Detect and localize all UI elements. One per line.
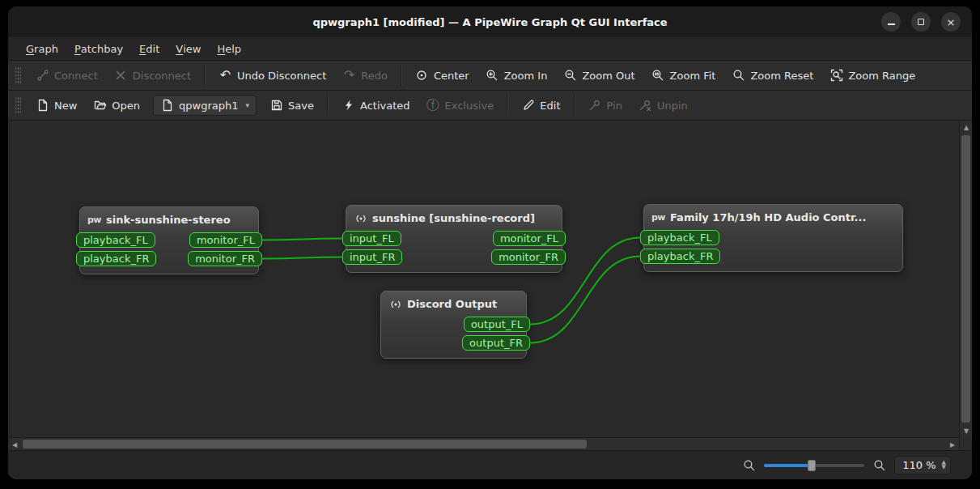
new-file-icon — [36, 99, 49, 113]
connection-wire[interactable] — [262, 257, 342, 259]
zoom-value: 110 % — [902, 459, 935, 471]
zoom-out-button[interactable]: Zoom Out — [556, 65, 642, 87]
center-button[interactable]: Center — [408, 65, 477, 87]
unpin-button-label: Unpin — [657, 100, 688, 112]
port-playback_FL[interactable]: playback_FL — [640, 230, 719, 245]
stream-icon — [388, 297, 402, 311]
zoom-spinbox[interactable]: 110 % ▲ ▼ — [894, 456, 951, 474]
statusbar: 110 % ▲ ▼ — [8, 450, 972, 479]
port-output_FR[interactable]: output_FR — [462, 335, 530, 351]
close-icon: × — [947, 16, 956, 28]
node-family-audio[interactable]: pwFamily 17h/19h HD Audio Contr...playba… — [643, 204, 903, 272]
connection-wire[interactable] — [262, 239, 342, 240]
port-monitor_FL[interactable]: monitor_FL — [189, 232, 262, 248]
node-sink-sunshine-stereo[interactable]: pwsink-sunshine-stereoplayback_FLplaybac… — [79, 206, 259, 274]
port-monitor_FR[interactable]: monitor_FR — [491, 249, 566, 265]
menu-graph[interactable]: Graph — [18, 37, 66, 60]
graph-canvas[interactable]: pwsink-sunshine-stereoplayback_FLplaybac… — [8, 121, 959, 437]
connect-button[interactable]: Connect — [28, 65, 105, 87]
zoom-in-button[interactable]: Zoom In — [478, 65, 555, 87]
activated-button[interactable]: Activated — [334, 95, 418, 117]
window-title: qpwgraph1 [modified] — A PipeWire Graph … — [312, 16, 667, 28]
toolbar-separator — [204, 65, 206, 86]
scroll-right-icon[interactable]: ▶ — [946, 438, 959, 451]
horizontal-scrollbar-track[interactable] — [21, 438, 946, 450]
disconnect-button[interactable]: Disconnect — [107, 65, 198, 87]
edit-icon — [521, 99, 535, 113]
new-button[interactable]: New — [28, 95, 84, 117]
activated-icon — [342, 99, 355, 113]
scroll-left-icon[interactable]: ◀ — [8, 438, 21, 451]
titlebar[interactable]: qpwgraph1 [modified] — A PipeWire Graph … — [8, 6, 972, 37]
toolbar-separator — [507, 95, 508, 116]
exclusive-button[interactable]: ⓕExclusive — [419, 95, 502, 117]
toolbar-handle[interactable] — [15, 66, 21, 84]
port-monitor_FL[interactable]: monitor_FL — [493, 231, 566, 246]
maximize-button[interactable] — [911, 12, 931, 32]
patchbay-toolbar: NewOpenqpwgraph1▾SaveActivatedⓕExclusive… — [8, 91, 972, 121]
zoom-reset-button[interactable]: Zoom Reset — [724, 65, 821, 87]
open-folder-icon — [93, 99, 107, 113]
menu-edit[interactable]: Edit — [131, 37, 168, 60]
menu-view[interactable]: View — [168, 37, 209, 60]
node-title: sunshine [sunshine-record] — [372, 212, 535, 224]
patchbay-file-icon — [160, 99, 174, 113]
edit-button[interactable]: Edit — [514, 95, 567, 117]
undo-disconnect-button[interactable]: ↶Undo Disconnect — [211, 65, 333, 87]
zoom-in-icon — [486, 69, 499, 83]
disconnect-button-label: Disconnect — [133, 70, 191, 82]
disconnect-icon — [114, 69, 128, 83]
toolbar-separator — [574, 95, 575, 116]
scroll-down-icon[interactable]: ▼ — [960, 424, 972, 437]
port-input_FL[interactable]: input_FL — [342, 231, 401, 246]
save-button[interactable]: Save — [262, 95, 321, 117]
vertical-scrollbar-track[interactable] — [960, 134, 972, 424]
toolbar-separator — [401, 65, 402, 86]
scroll-up-icon[interactable]: ▲ — [960, 121, 972, 134]
patchbay-combo[interactable]: qpwgraph1▾ — [153, 96, 257, 116]
zoom-fit-button[interactable]: Zoom Fit — [644, 65, 723, 87]
node-discord-output[interactable]: Discord Outputoutput_FLoutput_FR — [380, 291, 527, 359]
zoom-range-icon — [829, 69, 843, 83]
spin-down-icon[interactable]: ▼ — [942, 466, 946, 470]
port-playback_FR[interactable]: playback_FR — [76, 251, 156, 266]
maximize-icon — [918, 19, 924, 25]
minimize-button[interactable] — [881, 12, 901, 32]
port-output_FL[interactable]: output_FL — [464, 317, 530, 332]
zoom-range-button[interactable]: Zoom Range — [822, 65, 923, 87]
menu-patchbay[interactable]: Patchbay — [66, 37, 131, 60]
port-playback_FR[interactable]: playback_FR — [640, 249, 720, 264]
port-monitor_FR[interactable]: monitor_FR — [188, 251, 262, 266]
zoom-out-button-label: Zoom Out — [582, 70, 634, 82]
node-title: Family 17h/19h HD Audio Contr... — [670, 211, 866, 223]
edit-button-label: Edit — [540, 100, 560, 112]
node-sunshine[interactable]: sunshine [sunshine-record]input_FLinput_… — [346, 205, 562, 273]
horizontal-scrollbar[interactable]: ◀ ▶ — [8, 437, 959, 450]
stream-icon — [354, 211, 367, 225]
vertical-scrollbar-thumb[interactable] — [961, 135, 970, 423]
toolbar-handle[interactable] — [15, 96, 21, 114]
window-controls: × — [881, 6, 961, 37]
redo-button[interactable]: ↷Redo — [335, 65, 395, 87]
node-header: sunshine [sunshine-record] — [346, 206, 562, 231]
node-header: Discord Output — [381, 291, 526, 317]
connect-icon — [36, 69, 49, 83]
pin-button[interactable]: Pin — [581, 95, 630, 117]
chevron-down-icon: ▾ — [246, 101, 250, 109]
graph-toolbar: ConnectDisconnect↶Undo Disconnect↷RedoCe… — [8, 61, 972, 91]
zoom-out-icon — [563, 69, 577, 83]
minimize-icon — [888, 23, 895, 25]
toolbar-separator — [327, 95, 329, 116]
vertical-scrollbar[interactable]: ▲ ▼ — [959, 121, 972, 437]
unpin-button[interactable]: Unpin — [631, 95, 695, 117]
menu-help[interactable]: Help — [209, 37, 249, 60]
port-input_FR[interactable]: input_FR — [342, 249, 402, 265]
zoom-slider[interactable] — [764, 459, 864, 472]
zoom-slider-handle[interactable] — [808, 460, 816, 471]
close-button[interactable]: × — [941, 12, 961, 32]
zoom-fit-icon — [651, 69, 665, 83]
horizontal-scrollbar-thumb[interactable] — [23, 440, 587, 449]
open-button[interactable]: Open — [86, 95, 147, 117]
port-playback_FL[interactable]: playback_FL — [76, 232, 155, 248]
unpin-icon — [638, 99, 652, 113]
